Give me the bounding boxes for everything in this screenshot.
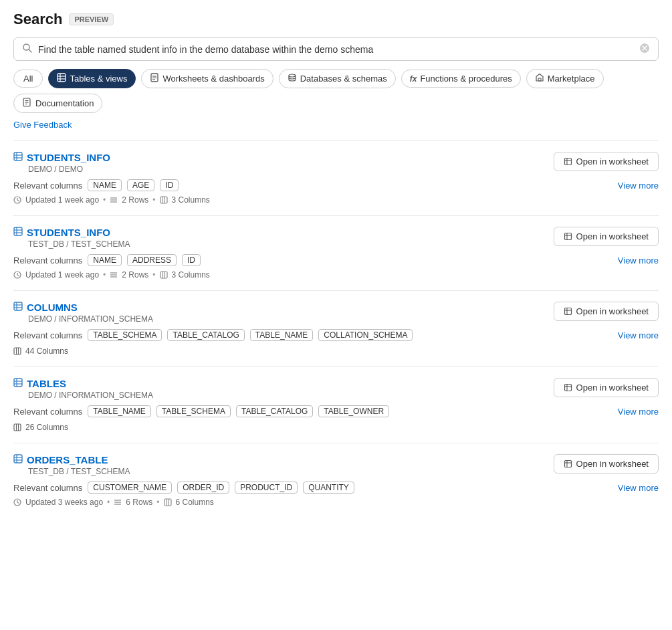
- svg-rect-5: [58, 74, 66, 82]
- page-header: Search PREVIEW: [13, 11, 659, 28]
- filter-marketplace-label: Marketplace: [548, 74, 595, 84]
- filter-databases-button[interactable]: Databases & schemas: [279, 69, 396, 88]
- result-name[interactable]: ORDERS_TABLE: [27, 454, 108, 465]
- view-more-link[interactable]: View more: [618, 181, 659, 191]
- result-path: TEST_DB / TEST_SCHEMA: [28, 239, 130, 249]
- view-more-link[interactable]: View more: [618, 330, 659, 340]
- result-name[interactable]: TABLES: [27, 378, 66, 389]
- table-row: ORDERS_TABLE TEST_DB / TEST_SCHEMA Open …: [13, 443, 659, 518]
- col-tag: QUANTITY: [303, 482, 354, 494]
- result-title-wrap: STUDENTS_INFO TEST_DB / TEST_SCHEMA: [13, 227, 130, 249]
- columns-row: Relevant columns TABLE_SCHEMA TABLE_CATA…: [13, 329, 659, 341]
- result-name[interactable]: STUDENTS_INFO: [27, 227, 110, 238]
- col-tag: TABLE_NAME: [250, 329, 313, 341]
- svg-rect-71: [14, 455, 22, 463]
- updated-text: Updated 3 weeks ago: [25, 498, 103, 507]
- filter-marketplace-button[interactable]: Marketplace: [526, 69, 604, 88]
- columns-row: Relevant columns CUSTOMER_NAME ORDER_ID …: [13, 482, 659, 494]
- filter-functions-button[interactable]: fx Functions & procedures: [401, 70, 521, 88]
- svg-rect-84: [164, 499, 171, 506]
- svg-line-44: [17, 275, 19, 276]
- search-clear-icon[interactable]: [639, 43, 650, 56]
- result-title-wrap: ORDERS_TABLE TEST_DB / TEST_SCHEMA: [13, 454, 130, 476]
- open-in-worksheet-button[interactable]: Open in worksheet: [554, 302, 659, 321]
- filter-all-button[interactable]: All: [13, 70, 43, 88]
- documentation-icon: [22, 98, 31, 109]
- svg-rect-19: [14, 152, 22, 161]
- marketplace-icon: [535, 73, 544, 84]
- filter-tables-views-button[interactable]: Tables & views: [48, 69, 136, 88]
- svg-rect-39: [564, 233, 571, 240]
- relevant-columns-label: Relevant columns: [13, 330, 82, 340]
- open-in-worksheet-label: Open in worksheet: [576, 459, 649, 469]
- svg-rect-55: [564, 308, 571, 315]
- col-tag: TABLE_SCHEMA: [88, 329, 162, 341]
- relevant-columns-label: Relevant columns: [13, 407, 82, 417]
- result-name[interactable]: COLUMNS: [27, 302, 78, 313]
- search-input[interactable]: [38, 44, 634, 55]
- col-tag: PRODUCT_ID: [235, 482, 298, 494]
- table-icon: [13, 302, 23, 313]
- rows-text: 2 Rows: [122, 195, 148, 205]
- svg-rect-75: [564, 461, 571, 467]
- table-icon: [13, 378, 23, 389]
- databases-icon: [288, 73, 297, 84]
- columns-row: Relevant columns NAME ADDRESS ID View mo…: [13, 254, 659, 266]
- filter-documentation-button[interactable]: Documentation: [13, 94, 102, 113]
- columns-only-row: 26 Columns: [13, 423, 659, 432]
- columns-icon: [164, 498, 172, 506]
- svg-rect-58: [14, 348, 21, 354]
- col-tag: ADDRESS: [127, 254, 177, 266]
- col-count-text: 44 Columns: [25, 346, 68, 356]
- relevant-columns-label: Relevant columns: [13, 255, 82, 266]
- result-path: TEST_DB / TEST_SCHEMA: [28, 467, 130, 476]
- open-in-worksheet-button[interactable]: Open in worksheet: [554, 378, 659, 397]
- open-in-worksheet-button[interactable]: Open in worksheet: [554, 152, 659, 171]
- columns-only-row: 44 Columns: [13, 346, 659, 356]
- svg-rect-65: [564, 385, 571, 391]
- col-tag: TABLE_NAME: [88, 405, 150, 417]
- col-tag: ORDER_ID: [177, 482, 229, 494]
- col-tag: TABLE_OWNER: [318, 405, 389, 417]
- meta-row: Updated 1 week ago • 2 Rows • 3 Columns: [13, 195, 659, 205]
- col-tag: ID: [160, 179, 179, 191]
- columns-icon: [160, 196, 168, 204]
- result-path: DEMO / DEMO: [28, 165, 110, 174]
- col-tag: TABLE_CATALOG: [167, 329, 244, 341]
- columns-text: 3 Columns: [172, 195, 210, 205]
- svg-rect-68: [14, 424, 21, 431]
- clock-icon: [13, 498, 21, 506]
- filter-functions-label: Functions & procedures: [420, 74, 512, 84]
- view-more-link[interactable]: View more: [618, 407, 659, 417]
- result-title-wrap: COLUMNS DEMO / INFORMATION_SCHEMA: [13, 302, 153, 324]
- columns-count-icon: [13, 423, 21, 431]
- rows-icon: [110, 196, 118, 204]
- columns-text: 3 Columns: [172, 270, 210, 280]
- meta-row: Updated 3 weeks ago • 6 Rows • 6 Columns: [13, 498, 659, 507]
- table-icon: [13, 454, 23, 465]
- table-icon: [13, 227, 23, 238]
- svg-rect-61: [14, 379, 22, 387]
- open-in-worksheet-label: Open in worksheet: [576, 383, 649, 393]
- col-tag: ID: [182, 254, 201, 266]
- rows-icon: [114, 498, 122, 506]
- svg-line-1: [29, 49, 31, 52]
- rows-text: 2 Rows: [122, 270, 148, 280]
- col-tag: CUSTOMER_NAME: [88, 482, 172, 494]
- col-tag: TABLE_CATALOG: [236, 405, 313, 417]
- filter-worksheets-label: Worksheets & dashboards: [162, 74, 264, 84]
- filter-worksheets-button[interactable]: Worksheets & dashboards: [141, 69, 273, 88]
- give-feedback-link[interactable]: Give Feedback: [13, 120, 659, 130]
- view-more-link[interactable]: View more: [618, 255, 659, 266]
- svg-rect-32: [160, 197, 167, 203]
- result-path: DEMO / INFORMATION_SCHEMA: [28, 391, 153, 400]
- table-row: TABLES DEMO / INFORMATION_SCHEMA Open in…: [13, 366, 659, 443]
- open-in-worksheet-button[interactable]: Open in worksheet: [554, 227, 659, 246]
- open-in-worksheet-button[interactable]: Open in worksheet: [554, 454, 659, 474]
- clock-icon: [13, 196, 21, 204]
- relevant-columns-label: Relevant columns: [13, 181, 82, 191]
- view-more-link[interactable]: View more: [618, 483, 659, 493]
- open-in-worksheet-label: Open in worksheet: [576, 306, 649, 316]
- result-name[interactable]: STUDENTS_INFO: [27, 152, 110, 163]
- filter-bar: All Tables & views Wo: [13, 69, 659, 113]
